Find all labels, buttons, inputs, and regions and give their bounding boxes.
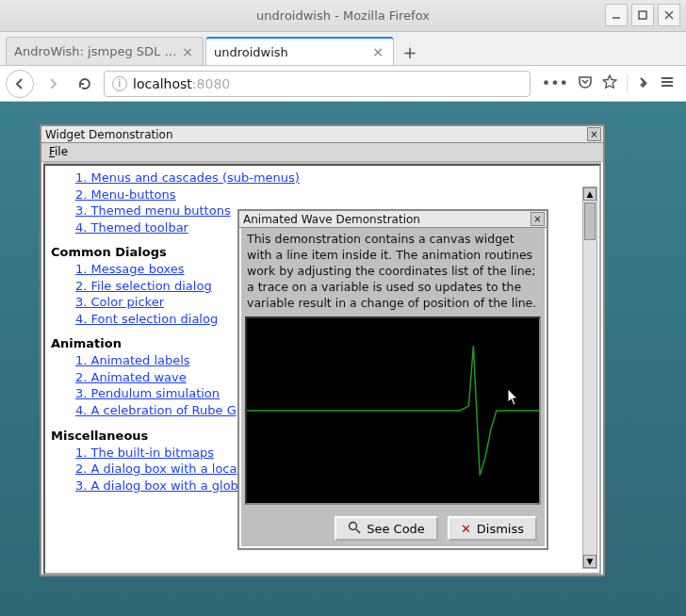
url-bar[interactable]: i localhost:8080 <box>104 71 531 97</box>
tab-androwish[interactable]: AndroWish: jsmpeg SDL Vide × <box>6 37 204 65</box>
forward-button[interactable] <box>40 71 66 97</box>
menu-file[interactable]: File <box>49 145 68 158</box>
svg-rect-1 <box>639 11 646 19</box>
wave-demo-description: This demonstration contains a canvas wid… <box>239 228 547 316</box>
close-icon[interactable]: × <box>180 44 195 59</box>
scroll-up-arrow-icon[interactable]: ▲ <box>583 187 596 201</box>
overflow-icon[interactable] <box>627 74 650 92</box>
magnifier-icon <box>348 521 361 537</box>
reload-icon <box>77 76 92 91</box>
see-code-label: See Code <box>367 522 425 536</box>
wave-demo-titlebar[interactable]: Animated Wave Demonstration × <box>239 211 547 228</box>
firefox-titlebar: undroidwish - Mozilla Firefox <box>0 0 686 32</box>
x-icon: ✕ <box>461 522 471 536</box>
menu-icon[interactable] <box>660 74 675 93</box>
info-icon[interactable]: i <box>112 76 127 91</box>
widget-demo-title: Widget Demonstration <box>45 128 173 141</box>
wave-canvas <box>245 316 541 505</box>
more-icon[interactable]: ••• <box>542 74 568 92</box>
back-arrow-icon <box>12 76 27 91</box>
demo-link[interactable]: 2. Menu-buttons <box>75 186 594 203</box>
dismiss-label: Dismiss <box>477 522 524 536</box>
svg-point-7 <box>350 522 357 529</box>
see-code-button[interactable]: See Code <box>335 516 438 541</box>
widget-demo-close-button[interactable]: × <box>587 127 601 141</box>
menu-bar[interactable]: File <box>41 143 603 162</box>
close-icon[interactable]: × <box>370 44 385 59</box>
scroll-thumb[interactable] <box>584 203 596 240</box>
scroll-down-arrow-icon[interactable]: ▼ <box>583 555 596 568</box>
wave-demo-window[interactable]: Animated Wave Demonstration × This demon… <box>237 209 548 550</box>
widget-demo-titlebar[interactable]: Widget Demonstration × <box>41 126 603 143</box>
url-port: :8080 <box>192 76 230 91</box>
wave-button-row: See Code ✕ Dismiss <box>239 511 547 548</box>
tab-strip: AndroWish: jsmpeg SDL Vide × undroidwish… <box>0 32 686 66</box>
demo-link[interactable]: 1. Menus and cascades (sub-menus) <box>75 170 594 186</box>
tab-undroidwish[interactable]: undroidwish × <box>205 37 394 65</box>
wave-demo-title: Animated Wave Demonstration <box>243 213 420 226</box>
window-close-button[interactable] <box>658 4 680 26</box>
scroll-track[interactable] <box>583 203 596 553</box>
window-minimize-button[interactable] <box>605 4 628 26</box>
svg-line-8 <box>356 529 360 533</box>
tab-label: undroidwish <box>214 45 370 59</box>
url-host: localhost <box>133 76 192 91</box>
new-tab-button[interactable]: + <box>396 39 424 65</box>
wave-demo-close-button[interactable]: × <box>531 212 545 226</box>
browser-viewport: Widget Demonstration × File 1. Menus and… <box>0 102 686 616</box>
back-button[interactable] <box>6 70 34 98</box>
forward-arrow-icon <box>45 76 60 91</box>
window-maximize-button[interactable] <box>631 4 654 26</box>
pocket-icon[interactable] <box>578 74 593 93</box>
dismiss-button[interactable]: ✕ Dismiss <box>448 516 537 541</box>
nav-bar: i localhost:8080 ••• <box>0 66 686 102</box>
scrollbar[interactable]: ▲ ▼ <box>582 186 597 569</box>
firefox-title: undroidwish - Mozilla Firefox <box>256 8 430 23</box>
wave-line <box>247 347 539 476</box>
tab-label: AndroWish: jsmpeg SDL Vide <box>14 44 180 58</box>
bookmark-star-icon[interactable] <box>602 74 617 93</box>
reload-button[interactable] <box>72 71 98 97</box>
